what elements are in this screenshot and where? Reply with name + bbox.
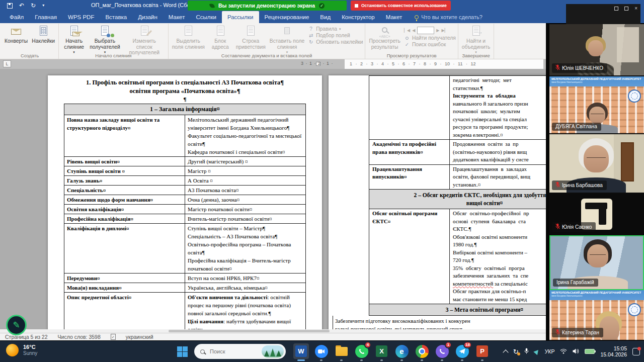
tab-главная[interactable]: Главная [29,11,62,23]
ribbon-group: →Найти и объединить▾Завершение [458,24,495,59]
participant-tile[interactable]: Юлія Саєнко [549,194,644,235]
proofing-icon[interactable]: ✓ [111,334,116,340]
system-tray: ↻ УКР 15:05 15.04.2026 [504,341,640,362]
row-value: А3 Початкова освіта¤ [185,186,306,195]
tab-вид[interactable]: Вид [314,11,336,23]
volume-icon[interactable] [573,347,579,356]
taskbar-app-whatsapp[interactable]: 4 [354,343,369,359]
record-number-input[interactable] [417,27,434,34]
profile-table-continued: педагогічні методи; мет статистики.¶ Інс… [369,75,546,316]
participant-tile[interactable]: МЕЛІТОПОЛЬСЬКИЙ ДЕРЖАВНИЙ ПЕДАГОГІЧНИЙ У… [549,290,644,341]
mic-tray-icon[interactable] [524,347,529,356]
close-icon[interactable]: × [634,6,637,11]
tab-макет[interactable]: Макет [163,11,191,23]
lightbulb-icon [415,15,419,19]
language-indicator[interactable]: украинский [126,334,153,340]
weather-condition: Sunny [23,350,37,356]
tray-overflow-icon[interactable] [503,349,508,355]
tab-wps-pdf[interactable]: WPS PDF [62,11,100,23]
tab-макет[interactable]: Макет [380,11,408,23]
taskbar-app-explorer[interactable] [334,343,349,359]
table-row: Працевлаштування випускників¤Працевлашту… [369,164,546,190]
tab-ссылки[interactable]: Ссылки [190,11,222,23]
explorer-icon [336,347,348,356]
maximize-icon[interactable] [624,7,628,11]
tab-рецензирование[interactable]: Рецензирование [259,11,315,23]
table-row: Мова(и) викладання¤Українська, англійськ… [64,283,306,293]
scrollbar-thumb[interactable] [169,330,330,332]
tell-me-box[interactable]: Что вы хотите сделать? [415,11,482,23]
document-title-line2: освітня програма «Початкова освіта»¶ [64,87,306,96]
taskbar-app-chrome[interactable] [414,343,430,359]
participant-name: Катерина Таран [562,330,599,335]
sun-icon [6,344,19,356]
participant-tile[interactable]: МЕЛІТОПОЛЬСЬКИЙ ДЕРЖАВНИЙ ПЕДАГОГІЧНИЙ У… [549,76,644,134]
envelope-button[interactable]: Конверты [3,25,29,45]
greeting-line-icon [243,25,258,38]
tray-time: 15:05 [600,345,627,351]
sync-icon[interactable]: ↻ [513,348,519,355]
wifi-icon[interactable] [560,347,567,356]
clock[interactable]: 15:05 15.04.2026 [600,345,627,357]
zoom-icon [315,345,328,358]
row-label: Кваліфікація в дипломі¤ [64,224,185,274]
minimize-icon[interactable] [614,7,618,11]
row-value: Мелітопольський державний педагогічний у… [185,115,306,157]
taskbar-app-zoom[interactable] [313,343,329,359]
section-header: 3 – Мета освітньої програми¤ [369,304,546,316]
battery-icon[interactable] [585,349,595,354]
undo-icon[interactable]: ↶ [19,3,24,9]
tab-дизайн[interactable]: Дизайн [132,11,163,23]
notification-icon[interactable] [632,348,640,355]
tab-файл[interactable]: Файл [4,11,29,23]
save-icon[interactable] [7,3,13,9]
participant-tile[interactable]: Юлія ШЕВЧЕНКО [549,24,644,76]
taskbar-app-edge[interactable]: e [394,343,410,359]
redo-icon[interactable]: ↻ [31,3,36,9]
word-count[interactable]: Число слов: 3598 [58,334,101,340]
taskbar-app-viber[interactable]: 1 [434,343,450,359]
language-tray[interactable]: УКР [545,348,555,354]
taskbar-app-powerpoint[interactable]: P [474,343,490,359]
tab-конструктор[interactable]: Конструктор [336,11,380,23]
page-indicator[interactable]: Страница 5 из 22 [5,334,48,340]
check-errors-button: ✓Поиск ошибок [404,42,456,47]
tab-рассылки[interactable]: Рассылки [222,11,259,23]
ribbon-group-label: Завершение [458,53,494,58]
annotation-bubble[interactable]: ✎ [6,315,27,335]
row-value: Вчитель-магістр початкової освіти¤ [185,214,306,224]
ribbon-group: КонвертыНаклейкиСоздать [1,24,59,59]
share-leaf-icon [209,3,215,8]
taskbar-search[interactable] [194,344,286,359]
virtual-background-banner: МЕЛІТОПОЛЬСЬКИЙ ДЕРЖАВНИЙ ПЕДАГОГІЧНИЙ У… [549,76,644,86]
last-record-icon: ▶▏ [442,28,448,33]
participant-tile[interactable]: Ірина Барбашова [549,134,644,194]
horizontal-scrollbar[interactable] [0,329,546,333]
search-input[interactable] [209,348,253,355]
row-label: Галузь знань¤ [64,176,185,186]
document-page-left[interactable]: 1. Профіль освітньої програми із спеціал… [48,75,322,329]
weather-widget[interactable]: 16°C Sunny [6,344,37,356]
tab-selector[interactable]: L [3,60,11,67]
select-recipients-button[interactable]: Выбрать получателей▾ [88,25,122,55]
participant-tile[interactable]: Ірина Гарабажій [549,235,644,290]
tab-вставка[interactable]: Вставка [100,11,132,23]
document-page-right[interactable]: педагогічні методи; мет статистики.¶ Інс… [329,75,546,329]
stop-share-button[interactable]: Остановить совместное использование [351,1,451,11]
find-recipient-icon [404,35,410,41]
search-daily-image [262,345,284,357]
university-logo [628,89,641,103]
taskbar-app-telegram[interactable]: 18 [454,343,470,359]
word-icon: W [295,345,307,357]
table-row: Передумови¤Вступ на основі НРК6, НРК7¤ [64,274,306,283]
taskbar-app-word[interactable]: W [293,343,309,359]
qat-customize-icon[interactable]: ▾ [42,3,44,9]
start-button[interactable] [177,346,188,357]
chrome-icon [416,345,429,358]
start-mail-merge-button[interactable]: Начать слияние▾ [61,25,87,55]
location-icon[interactable] [533,348,540,354]
taskbar-app-excel[interactable]: X [374,343,389,359]
button-label: Наклейки [32,38,55,44]
button-label: Найти и объединить [462,38,491,50]
labels-button[interactable]: Наклейки [30,25,56,45]
